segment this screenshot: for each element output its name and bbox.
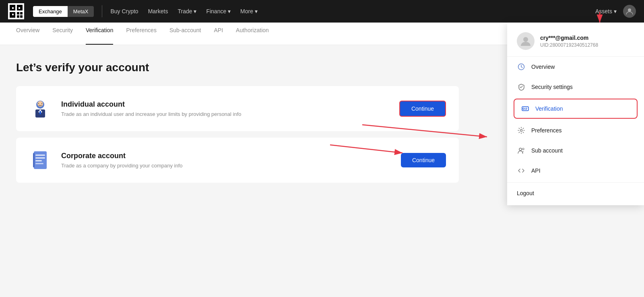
dropdown-preferences[interactable]: Preferences — [507, 120, 644, 140]
individual-account-info: Individual account Trade as an individua… — [61, 100, 399, 117]
svg-point-11 — [628, 8, 631, 12]
corporate-account-info: Corporate account Trade as a company by … — [61, 152, 401, 169]
nav-finance[interactable]: Finance ▾ — [206, 8, 231, 14]
assets-chevron-icon: ▾ — [614, 8, 617, 14]
metax-button[interactable]: MetaX — [68, 6, 94, 17]
exchange-button[interactable]: Exchange — [33, 6, 68, 17]
corporate-account-name: Corporate account — [61, 152, 401, 160]
svg-point-17 — [38, 103, 39, 104]
shield-icon — [517, 82, 526, 91]
svg-point-25 — [523, 37, 528, 42]
subnav-overview[interactable]: Overview — [16, 23, 39, 45]
nav-trade[interactable]: Trade ▾ — [178, 8, 196, 14]
dropdown-overview-label: Overview — [531, 64, 555, 70]
dropdown-user-section: cry***@gmail.com UID:280007192340512768 — [507, 23, 644, 57]
svg-rect-23 — [35, 163, 43, 164]
gear-icon — [517, 126, 526, 135]
dropdown-security-label: Security settings — [531, 84, 573, 90]
svg-rect-30 — [525, 109, 527, 110]
individual-account-icon — [29, 97, 52, 120]
svg-rect-29 — [525, 108, 527, 109]
user-profile-button[interactable] — [623, 5, 636, 18]
nav-more[interactable]: More ▾ — [240, 8, 258, 14]
dropdown-api[interactable]: API — [507, 161, 644, 181]
dropdown-divider — [507, 182, 644, 183]
individual-account-card: Individual account Trade as an individua… — [16, 86, 459, 131]
svg-rect-22 — [35, 160, 42, 161]
top-navigation: Exchange MetaX Buy Crypto Markets Trade … — [0, 0, 644, 23]
dropdown-uid: UID:280007192340512768 — [540, 42, 598, 48]
svg-rect-7 — [17, 12, 19, 14]
page-title: Let’s verify your account — [16, 61, 459, 74]
dropdown-api-label: API — [531, 167, 541, 174]
svg-rect-4 — [12, 7, 14, 9]
svg-rect-9 — [17, 15, 19, 18]
assets-label: Assets — [595, 8, 612, 14]
dropdown-avatar — [517, 32, 535, 50]
logo[interactable] — [8, 3, 24, 19]
svg-rect-20 — [35, 155, 45, 156]
svg-point-31 — [520, 130, 522, 132]
dropdown-logout-label: Logout — [517, 190, 534, 196]
dropdown-preferences-label: Preferences — [531, 127, 561, 134]
svg-rect-21 — [35, 157, 45, 159]
svg-rect-6 — [12, 14, 14, 15]
dropdown-sub-account[interactable]: Sub account — [507, 140, 644, 161]
dropdown-email: cry***@gmail.com — [540, 35, 598, 41]
corporate-account-card: Corporate account Trade as a company by … — [16, 138, 459, 183]
main-content: Let’s verify your account Individu — [0, 45, 475, 205]
subnav-api[interactable]: API — [214, 23, 223, 45]
dropdown-verification[interactable]: Verification — [514, 99, 638, 119]
id-card-icon — [521, 104, 530, 113]
corporate-account-icon — [29, 149, 52, 171]
svg-point-28 — [523, 108, 524, 109]
svg-point-33 — [522, 148, 524, 150]
dropdown-logout[interactable]: Logout — [507, 184, 644, 202]
dropdown-verification-label: Verification — [535, 105, 563, 112]
exchange-metax-toggle: Exchange MetaX — [33, 6, 94, 17]
nav-markets[interactable]: Markets — [148, 8, 168, 14]
svg-rect-24 — [33, 153, 35, 167]
code-icon — [517, 166, 526, 175]
people-icon — [517, 146, 526, 155]
user-dropdown-panel: cry***@gmail.com UID:280007192340512768 … — [507, 23, 644, 205]
corporate-account-desc: Trade as a company by providing your com… — [61, 163, 401, 169]
nav-divider — [102, 5, 102, 17]
svg-rect-16 — [39, 111, 41, 114]
svg-rect-8 — [20, 12, 23, 14]
subnav-authorization[interactable]: Authorization — [236, 23, 269, 45]
clock-icon — [517, 62, 526, 71]
individual-account-name: Individual account — [61, 100, 399, 109]
individual-continue-button[interactable]: Continue — [399, 101, 446, 117]
nav-buy-crypto[interactable]: Buy Crypto — [110, 8, 138, 14]
svg-rect-5 — [19, 7, 20, 9]
individual-account-desc: Trade as an individual user and increase… — [61, 111, 399, 117]
corporate-continue-button[interactable]: Continue — [401, 153, 446, 167]
nav-links: Buy Crypto Markets Trade ▾ Finance ▾ Mor… — [110, 8, 595, 14]
assets-button[interactable]: Assets ▾ — [595, 8, 617, 14]
logo-box — [8, 3, 24, 19]
dropdown-overview[interactable]: Overview — [507, 57, 644, 77]
subnav-security[interactable]: Security — [52, 23, 73, 45]
dropdown-security-settings[interactable]: Security settings — [507, 77, 644, 97]
dropdown-sub-account-label: Sub account — [531, 147, 563, 154]
dropdown-user-info: cry***@gmail.com UID:280007192340512768 — [540, 35, 598, 48]
subnav-verification[interactable]: Verification — [86, 23, 113, 45]
svg-point-18 — [41, 103, 42, 104]
nav-right: Assets ▾ — [595, 5, 636, 18]
subnav-sub-account[interactable]: Sub-account — [169, 23, 201, 45]
subnav-preferences[interactable]: Preferences — [126, 23, 156, 45]
svg-rect-10 — [20, 15, 23, 18]
svg-point-32 — [519, 148, 522, 151]
